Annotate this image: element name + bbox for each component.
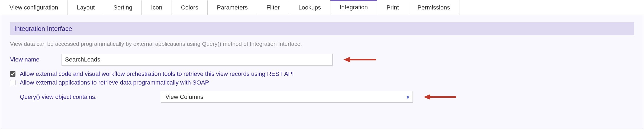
tab-integration[interactable]: Integration — [330, 0, 377, 15]
checkbox-soap-label: Allow external applications to retrieve … — [20, 79, 209, 86]
checkbox-rest[interactable] — [10, 71, 15, 77]
section-description: View data can be accessed programmatical… — [10, 41, 634, 47]
view-name-label: View name — [10, 56, 62, 63]
checkbox-rest-row: Allow external code and visual workflow … — [10, 70, 634, 77]
query-label: Query() view object contains: — [20, 93, 161, 101]
tab-colors[interactable]: Colors — [172, 0, 208, 15]
tab-print[interactable]: Print — [377, 0, 408, 15]
integration-panel: Integration Interface View data can be a… — [0, 15, 644, 129]
checkbox-soap-row: Allow external applications to retrieve … — [10, 79, 634, 86]
query-select[interactable]: View Columns — [161, 91, 413, 103]
checkbox-rest-label: Allow external code and visual workflow … — [20, 70, 294, 77]
tab-sorting[interactable]: Sorting — [104, 0, 142, 15]
svg-marker-3 — [424, 94, 430, 100]
tab-filter[interactable]: Filter — [257, 0, 289, 15]
checkbox-soap[interactable] — [10, 80, 15, 85]
query-row: Query() view object contains: View Colum… — [20, 91, 634, 103]
view-name-row: View name — [10, 54, 634, 66]
section-header: Integration Interface — [10, 22, 634, 35]
query-select-wrap: View Columns ▲▼ — [161, 91, 413, 103]
tab-view-configuration[interactable]: View configuration — [0, 0, 67, 15]
svg-marker-1 — [343, 57, 350, 62]
tab-strip: View configuration Layout Sorting Icon C… — [0, 0, 644, 15]
tab-icon[interactable]: Icon — [142, 0, 172, 15]
arrow-icon — [343, 56, 376, 63]
tab-permissions[interactable]: Permissions — [408, 0, 459, 15]
tab-parameters[interactable]: Parameters — [208, 0, 257, 15]
tab-lookups[interactable]: Lookups — [289, 0, 330, 15]
arrow-icon — [424, 93, 456, 101]
tab-layout[interactable]: Layout — [67, 0, 104, 15]
view-name-input[interactable] — [62, 54, 333, 66]
